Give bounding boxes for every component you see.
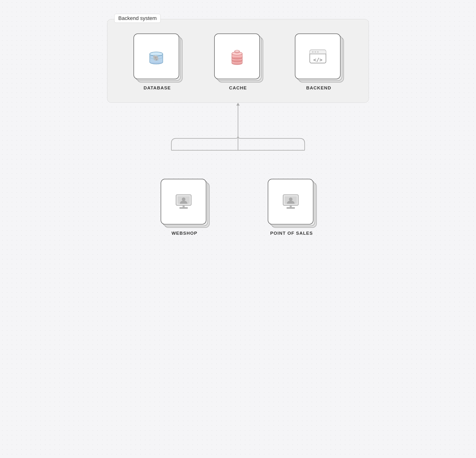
svg-rect-46 bbox=[179, 207, 187, 208]
svg-point-44 bbox=[182, 197, 185, 201]
webshop-card-main bbox=[161, 179, 206, 225]
cache-card-main bbox=[214, 33, 260, 79]
svg-rect-51 bbox=[287, 207, 295, 208]
svg-marker-37 bbox=[236, 103, 240, 106]
svg-point-27 bbox=[235, 50, 239, 52]
backend-system-box: 🐘 DATABASE bbox=[107, 19, 369, 103]
pos-card-main bbox=[268, 179, 314, 225]
pos-card-stack bbox=[268, 179, 315, 226]
diagram-container: Backend system bbox=[107, 19, 369, 236]
cache-node: CACHE bbox=[214, 33, 262, 91]
database-label: DATABASE bbox=[144, 85, 171, 91]
backend-node: </> BACKEND bbox=[295, 33, 342, 91]
svg-text:</>: </> bbox=[313, 57, 322, 63]
database-node: 🐘 DATABASE bbox=[134, 33, 181, 91]
svg-point-49 bbox=[289, 197, 292, 201]
backend-card-stack: </> bbox=[295, 33, 342, 81]
cache-card-stack bbox=[214, 33, 262, 81]
webshop-node: WEBSHOP bbox=[161, 179, 208, 236]
webshop-label: WEBSHOP bbox=[172, 231, 197, 236]
backend-card-main: </> bbox=[295, 33, 340, 79]
svg-point-32 bbox=[315, 51, 316, 53]
backend-icon: </> bbox=[306, 46, 330, 67]
database-icon: 🐘 bbox=[144, 46, 168, 67]
pos-label: POINT OF SALES bbox=[270, 231, 313, 236]
svg-rect-45 bbox=[183, 205, 185, 207]
cache-label: CACHE bbox=[229, 85, 247, 91]
connector-lines bbox=[107, 103, 369, 179]
connectors-area bbox=[107, 103, 369, 179]
backend-system-group: Backend system bbox=[107, 19, 369, 103]
svg-text:🐘: 🐘 bbox=[153, 55, 160, 61]
pos-icon bbox=[279, 191, 303, 212]
backend-label: BACKEND bbox=[306, 85, 332, 91]
webshop-card-stack bbox=[161, 179, 208, 226]
svg-rect-50 bbox=[290, 205, 292, 207]
bottom-row: WEBSHOP bbox=[107, 179, 369, 236]
database-card-stack: 🐘 bbox=[134, 33, 181, 81]
backend-system-label: Backend system bbox=[114, 14, 161, 23]
svg-point-31 bbox=[312, 51, 314, 53]
database-card-main: 🐘 bbox=[134, 33, 179, 79]
svg-point-33 bbox=[317, 51, 318, 53]
cache-icon bbox=[225, 46, 249, 67]
point-of-sales-node: POINT OF SALES bbox=[268, 179, 315, 236]
webshop-icon bbox=[172, 191, 196, 212]
